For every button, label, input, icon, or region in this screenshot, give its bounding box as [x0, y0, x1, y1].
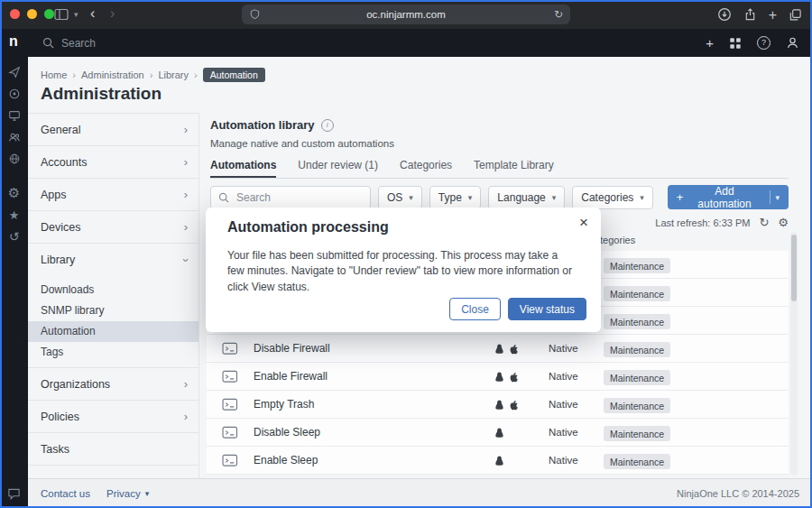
os-filter-dropdown[interactable]: OS ▾: [378, 186, 422, 209]
contact-us-link[interactable]: Contact us: [41, 488, 90, 499]
automation-type: Native: [549, 447, 578, 475]
help-icon[interactable]: ?: [757, 36, 770, 50]
favorites-star-icon[interactable]: ★: [7, 208, 22, 222]
minimize-window-button[interactable]: [27, 9, 37, 19]
window-controls: [10, 9, 54, 19]
tab-automations[interactable]: Automations: [210, 155, 276, 178]
app-header: n + ?: [0, 29, 812, 57]
library-subnav: Downloads SNMP library Automation Tags: [28, 276, 198, 368]
chevron-down-icon: ▾: [775, 193, 780, 202]
global-search-input[interactable]: [60, 33, 262, 53]
sidebar-toggle-icon[interactable]: [54, 8, 69, 21]
dashboard-icon[interactable]: [7, 87, 22, 101]
table-row[interactable]: Disable Sleep Native Maintenance: [207, 419, 789, 447]
info-icon[interactable]: i: [321, 119, 334, 132]
sidebar-item-policies[interactable]: Policies ›: [28, 401, 198, 433]
automation-script-icon: [222, 370, 238, 383]
linux-icon: [495, 428, 503, 439]
sidebar-item-tasks[interactable]: Tasks: [28, 433, 198, 466]
ninjaone-logo[interactable]: n: [9, 33, 18, 50]
history-icon[interactable]: ↺: [7, 229, 22, 244]
automation-script-icon: [222, 426, 238, 439]
chevron-right-icon: ›: [184, 377, 188, 391]
table-row[interactable]: Disable Firewall Native Maintenance: [207, 335, 789, 363]
library-search[interactable]: [210, 186, 371, 209]
chevron-down-icon[interactable]: ▾: [74, 10, 78, 19]
add-automation-button[interactable]: + Add automation ▾: [668, 185, 789, 209]
linux-icon: [495, 344, 503, 355]
category-badge: Maintenance: [604, 314, 670, 329]
close-icon[interactable]: ×: [579, 214, 588, 232]
sidebar-item-accounts[interactable]: Accounts ›: [28, 146, 198, 179]
breadcrumb-home[interactable]: Home: [41, 69, 67, 80]
address-bar[interactable]: oc.ninjarmm.com ↻: [242, 5, 570, 24]
sidebar-item-downloads[interactable]: Downloads: [28, 280, 198, 300]
close-button[interactable]: Close: [449, 298, 501, 320]
category-badge: Maintenance: [604, 454, 670, 469]
tab-categories[interactable]: Categories: [400, 155, 452, 178]
app-header-actions: + ?: [706, 29, 799, 57]
network-globe-icon[interactable]: [7, 152, 22, 166]
close-window-button[interactable]: [10, 9, 20, 19]
automation-script-icon: [222, 342, 238, 356]
chevron-down-icon: ▾: [640, 193, 644, 202]
screen: ▾ ‹ › oc.ninjarmm.com ↻ + n: [0, 0, 812, 508]
sidebar-item-general[interactable]: General ›: [28, 114, 198, 146]
devices-icon[interactable]: [7, 108, 22, 123]
new-tab-icon[interactable]: +: [769, 8, 777, 22]
refresh-icon[interactable]: ↻: [759, 216, 769, 229]
table-settings-gear-icon[interactable]: ⚙: [778, 216, 789, 229]
automation-name: Disable Sleep: [254, 419, 320, 447]
automation-name: Disable Firewall: [254, 335, 330, 363]
page-title: Administration: [41, 84, 161, 104]
breadcrumb-administration[interactable]: Administration: [81, 69, 144, 80]
back-icon[interactable]: ‹: [90, 5, 95, 22]
breadcrumb-library[interactable]: Library: [158, 69, 189, 80]
sidebar-item-snmp-library[interactable]: SNMP library: [28, 300, 198, 321]
users-icon[interactable]: [7, 130, 22, 144]
user-profile-icon[interactable]: [786, 36, 799, 50]
table-row[interactable]: Enable Sleep Native Maintenance: [207, 447, 789, 475]
scrollbar-thumb[interactable]: [791, 235, 797, 301]
chevron-down-icon: ▾: [552, 193, 557, 202]
apps-grid-icon[interactable]: [729, 37, 742, 50]
settings-gear-icon[interactable]: ⚙: [7, 186, 22, 200]
send-icon[interactable]: [7, 65, 22, 79]
privacy-link[interactable]: Privacy ▾: [106, 488, 149, 499]
automation-script-icon: [222, 398, 238, 411]
dialog-title: Automation processing: [227, 219, 389, 236]
chevron-right-icon: ›: [72, 69, 76, 80]
library-search-input[interactable]: [235, 190, 363, 205]
table-row[interactable]: Enable Firewall Native Maintenance: [207, 363, 789, 391]
sidebar-item-library[interactable]: Library ›: [28, 244, 198, 276]
quick-add-icon[interactable]: +: [706, 35, 714, 51]
share-icon[interactable]: [743, 7, 757, 22]
zoom-window-button[interactable]: [44, 9, 54, 19]
sidebar-item-apps[interactable]: Apps ›: [28, 179, 198, 211]
icon-rail: ⚙ ★ ↺: [0, 57, 28, 508]
library-tabs: Automations Under review (1) Categories …: [210, 155, 789, 179]
downloads-icon[interactable]: [717, 7, 732, 22]
site-shield-icon: [249, 8, 261, 21]
automation-processing-dialog: × Automation processing Your file has be…: [206, 208, 601, 332]
categories-filter-dropdown[interactable]: Categories ▾: [572, 186, 653, 209]
table-row[interactable]: Empty Trash Native Maintenance: [207, 391, 789, 419]
browser-toolbar-right: +: [717, 7, 802, 22]
scrollbar[interactable]: [790, 232, 798, 476]
sidebar-item-organizations[interactable]: Organizations ›: [28, 368, 198, 401]
category-badge: Maintenance: [604, 258, 670, 273]
forward-icon[interactable]: ›: [110, 5, 115, 22]
sidebar-item-devices[interactable]: Devices ›: [28, 211, 198, 244]
tab-template-library[interactable]: Template Library: [474, 155, 554, 178]
tab-overview-icon[interactable]: [789, 8, 802, 22]
sidebar-item-tags[interactable]: Tags: [28, 342, 198, 363]
sidebar-item-automation[interactable]: Automation: [28, 321, 198, 342]
support-chat-icon[interactable]: [7, 486, 22, 501]
language-filter-dropdown[interactable]: Language ▾: [488, 186, 565, 209]
type-filter-dropdown[interactable]: Type ▾: [429, 186, 482, 209]
tab-under-review[interactable]: Under review (1): [298, 155, 378, 178]
search-icon: [42, 37, 54, 49]
view-status-button[interactable]: View status: [508, 298, 586, 320]
reload-icon[interactable]: ↻: [554, 5, 563, 24]
apple-icon: [509, 372, 518, 383]
